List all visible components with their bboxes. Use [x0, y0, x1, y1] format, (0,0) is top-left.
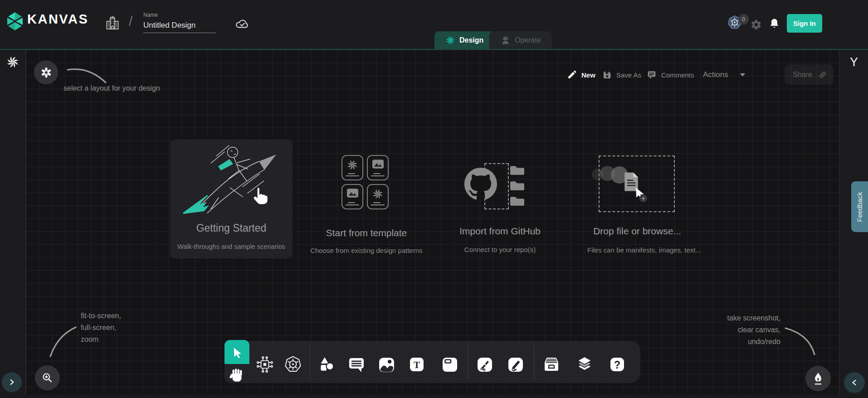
chevron-right-icon	[7, 378, 16, 387]
component-tool[interactable]	[255, 355, 274, 374]
kanvas-logo-icon[interactable]	[5, 11, 25, 32]
comment-icon	[347, 355, 366, 374]
expand-left-panel-button[interactable]	[2, 372, 22, 392]
meshery-spiral-icon[interactable]	[6, 55, 20, 69]
component-chip-icon	[255, 355, 274, 374]
comments-icon	[647, 70, 657, 80]
pan-tool[interactable]	[229, 367, 245, 385]
actions-dropdown[interactable]: Actions	[703, 64, 746, 85]
brand-wordmark: KANVAS	[27, 12, 88, 27]
select-tool[interactable]	[224, 340, 249, 364]
share-label: Share	[793, 71, 812, 79]
help-tool[interactable]: ?	[608, 355, 627, 374]
template-thumbnails	[341, 155, 391, 210]
getting-started-card[interactable]: Getting Started Walk-throughs and sample…	[170, 140, 293, 258]
actions-label: Actions	[703, 70, 728, 79]
layout-selector-button[interactable]	[34, 60, 58, 84]
organization-icon[interactable]	[104, 15, 121, 32]
sketch-tool[interactable]	[506, 355, 525, 374]
comments-label: Comments	[661, 71, 694, 79]
note-tool[interactable]	[440, 355, 459, 374]
drop-file-title: Drop file or browse...	[587, 226, 687, 237]
feedback-tab[interactable]: Feedback	[851, 181, 868, 232]
start-from-template-card[interactable]: Start from template Choose from existing…	[308, 150, 424, 258]
note-icon	[441, 355, 459, 374]
design-name-group: Name	[143, 12, 218, 33]
caret-down-icon	[739, 73, 746, 78]
pen-tool[interactable]	[475, 355, 494, 374]
import-from-github-card[interactable]: Import from GitHub Connect to your repo(…	[447, 150, 553, 258]
template-thumb-image	[367, 155, 389, 180]
canvas-bottom-edge	[0, 395, 868, 398]
svg-text:?: ?	[614, 359, 620, 371]
app-header: KANVAS / Name Design	[0, 0, 868, 50]
getting-started-subtitle: Walk-throughs and sample scenarios	[170, 243, 293, 250]
template-thumb-spiral	[341, 155, 363, 180]
operate-tab-user-icon	[500, 35, 511, 45]
drop-file-subtitle: Files can be manifests, images, text...	[587, 246, 687, 254]
pen-actions-button[interactable]	[805, 366, 831, 391]
pen-icon	[476, 355, 494, 374]
left-sidebar-strip	[0, 50, 26, 398]
text-tool[interactable]: T	[407, 355, 426, 374]
start-from-template-subtitle: Choose from existing design patterns	[308, 247, 424, 254]
svg-text:T: T	[414, 359, 420, 370]
spiral-icon	[372, 188, 384, 200]
sketch-pencil-icon	[507, 355, 525, 374]
drawer-icon	[541, 355, 562, 374]
canvas-actions-hint: take screenshot, clear canvas, undo/redo	[727, 312, 780, 348]
image-tool[interactable]	[377, 355, 396, 374]
design-name-input[interactable]	[143, 20, 216, 33]
sign-in-button[interactable]: Sign In	[787, 14, 822, 33]
comment-tool[interactable]	[347, 355, 366, 374]
getting-started-title: Getting Started	[170, 222, 293, 234]
kubernetes-context-switcher[interactable]: 0	[727, 14, 749, 30]
settings-gear-icon[interactable]	[751, 19, 762, 30]
flows-y-icon[interactable]: Y	[848, 55, 860, 69]
tab-operate[interactable]: Operate	[489, 31, 552, 49]
chevron-left-icon	[850, 378, 859, 387]
help-icon: ?	[608, 355, 626, 374]
layers-tool[interactable]	[574, 355, 595, 374]
drop-file-card[interactable]: + Drop file or browse... Files can be ma…	[587, 150, 687, 258]
cloud-saved-icon	[235, 17, 249, 31]
tab-operate-label: Operate	[515, 36, 541, 44]
save-as-button[interactable]: Save As	[602, 64, 641, 85]
comments-button[interactable]: Comments	[647, 64, 694, 85]
rocket-rider-illustration	[175, 142, 288, 219]
design-tab-spiral-icon	[445, 35, 455, 45]
folder-icon	[510, 180, 525, 191]
view-controls-hint: fit-to-screen, full-screen, zoom	[81, 310, 121, 345]
dock-divider	[310, 345, 310, 379]
pan-hand-icon	[229, 367, 245, 383]
magnifier-plus-icon	[41, 372, 54, 384]
drawer-tool[interactable]	[541, 355, 562, 374]
folder-icon	[510, 165, 525, 175]
zoom-button[interactable]	[35, 365, 60, 390]
tab-design[interactable]: Design	[434, 31, 494, 49]
new-button[interactable]: New	[567, 64, 595, 85]
save-as-icon	[602, 70, 612, 80]
image-icon	[346, 188, 359, 198]
save-as-label: Save As	[616, 71, 641, 79]
design-name-label: Name	[143, 12, 218, 18]
shapes-tool[interactable]	[317, 355, 336, 374]
layout-flower-icon	[40, 67, 52, 78]
image-icon	[372, 159, 384, 169]
breadcrumb-separator: /	[129, 14, 132, 29]
template-thumb-spiral	[367, 184, 389, 209]
layers-icon	[574, 355, 595, 374]
spiral-icon	[346, 159, 358, 171]
plus-badge: +	[639, 194, 647, 202]
shapes-icon	[317, 355, 336, 374]
pointer-hand-cursor-icon	[251, 186, 270, 205]
layout-hint-text: select a layout for your design	[63, 84, 160, 92]
share-button[interactable]: Share	[785, 64, 834, 85]
tab-design-label: Design	[459, 36, 483, 44]
expand-right-panel-button[interactable]	[844, 372, 865, 393]
kubernetes-tool[interactable]	[283, 355, 302, 374]
notifications-bell-icon[interactable]	[769, 18, 780, 30]
pen-nib-icon	[812, 372, 824, 385]
new-label: New	[581, 71, 595, 79]
repo-folders	[510, 165, 525, 206]
